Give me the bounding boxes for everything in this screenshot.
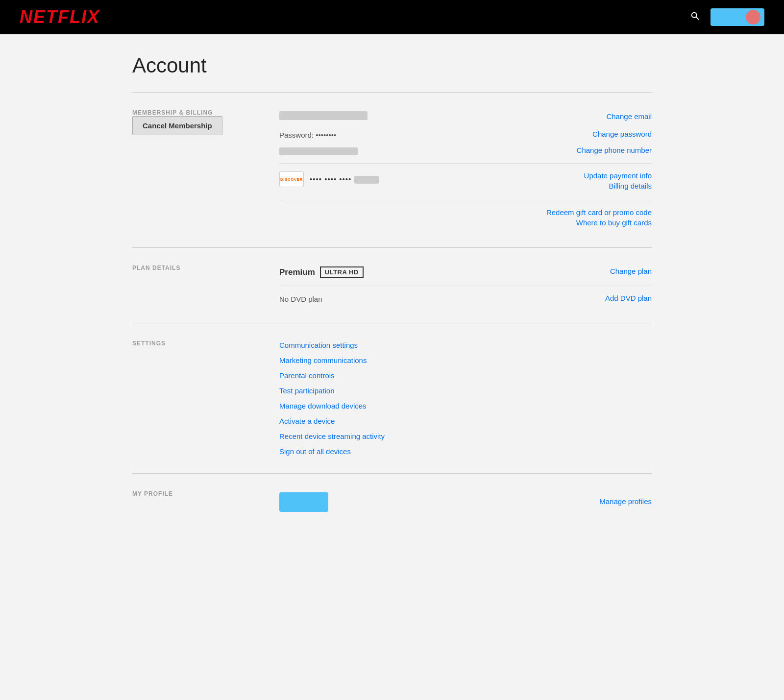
membership-left-col: MEMBERSHIP & BILLING Cancel Membership — [132, 107, 260, 233]
profile-content: Manage profiles — [279, 488, 652, 516]
discover-card-icon: DISCOVER — [279, 171, 304, 187]
membership-label: MEMBERSHIP & BILLING — [132, 107, 260, 116]
payment-links: Update payment info Billing details — [584, 171, 652, 192]
plan-row: Premium ULTRA HD Change plan — [279, 263, 652, 282]
plan-section: PLAN DETAILS Premium ULTRA HD Change pla… — [132, 247, 652, 323]
manage-download-devices-link[interactable]: Manage download devices — [279, 399, 652, 413]
password-value: •••••••• — [316, 131, 336, 139]
payment-left: DISCOVER •••• •••• •••• — [279, 171, 379, 187]
search-icon[interactable] — [690, 11, 701, 24]
avatar[interactable] — [710, 8, 764, 26]
parental-controls-link[interactable]: Parental controls — [279, 368, 652, 383]
email-row: Change email — [279, 107, 652, 127]
email-blurred — [279, 111, 368, 120]
divider-1 — [279, 163, 652, 164]
plan-content: Premium ULTRA HD Change plan No DVD plan… — [279, 263, 652, 308]
change-phone-link[interactable]: Change phone number — [577, 146, 652, 154]
manage-profiles-link[interactable]: Manage profiles — [599, 497, 652, 506]
sign-out-all-devices-link[interactable]: Sign out of all devices — [279, 444, 652, 459]
dvd-row: No DVD plan Add DVD plan — [279, 290, 652, 308]
profile-section: MY PROFILE Manage profiles — [132, 473, 652, 531]
main-content: Account MEMBERSHIP & BILLING Cancel Memb… — [122, 34, 662, 550]
card-number-dots: •••• •••• •••• — [310, 175, 379, 184]
page-title: Account — [132, 54, 652, 77]
recent-streaming-activity-link[interactable]: Recent device streaming activity — [279, 429, 652, 443]
change-email-link[interactable]: Change email — [606, 112, 652, 121]
payment-row: DISCOVER •••• •••• •••• Update payment i… — [279, 168, 652, 196]
plan-name-text: Premium — [279, 267, 315, 277]
phone-blurred — [279, 147, 358, 155]
redeem-gift-link[interactable]: Redeem gift card or promo code — [546, 208, 652, 217]
settings-label: SETTINGS — [132, 338, 260, 459]
membership-section: MEMBERSHIP & BILLING Cancel Membership C… — [132, 92, 652, 247]
gift-row: Redeem gift card or promo code Where to … — [279, 204, 652, 233]
plan-divider — [279, 286, 652, 286]
email-info — [279, 111, 606, 123]
activate-device-link[interactable]: Activate a device — [279, 414, 652, 428]
header-right — [690, 8, 764, 26]
phone-row: Change phone number — [279, 143, 652, 159]
dvd-text: No DVD plan — [279, 295, 322, 303]
password-label: Password: — [279, 131, 314, 139]
password-field: Password: •••••••• — [279, 131, 336, 139]
update-payment-link[interactable]: Update payment info — [584, 171, 652, 180]
settings-section: SETTINGS Communication settings Marketin… — [132, 323, 652, 473]
ultra-hd-badge: ULTRA HD — [320, 266, 364, 278]
card-last-digits — [354, 176, 379, 184]
discover-label: DISCOVER — [280, 177, 303, 182]
change-plan-link[interactable]: Change plan — [610, 267, 652, 275]
profile-row: Manage profiles — [279, 488, 652, 516]
header: NETFLIX — [0, 0, 784, 34]
password-row: Password: •••••••• Change password — [279, 127, 652, 143]
marketing-communications-link[interactable]: Marketing communications — [279, 353, 652, 367]
change-password-link[interactable]: Change password — [592, 130, 652, 138]
add-dvd-link[interactable]: Add DVD plan — [605, 294, 652, 302]
settings-content: Communication settings Marketing communi… — [279, 338, 652, 459]
cancel-membership-button[interactable]: Cancel Membership — [132, 116, 222, 135]
plan-name: Premium ULTRA HD — [279, 266, 364, 278]
test-participation-link[interactable]: Test participation — [279, 384, 652, 398]
where-buy-link[interactable]: Where to buy gift cards — [576, 218, 652, 227]
profile-avatar — [279, 492, 328, 512]
settings-links: Communication settings Marketing communi… — [279, 338, 652, 459]
billing-details-link[interactable]: Billing details — [584, 182, 652, 190]
profile-label: MY PROFILE — [132, 488, 260, 516]
communication-settings-link[interactable]: Communication settings — [279, 338, 652, 352]
netflix-logo: NETFLIX — [20, 7, 100, 27]
membership-content: Change email Password: •••••••• Change p… — [279, 107, 652, 233]
plan-label: PLAN DETAILS — [132, 263, 260, 308]
divider-2 — [279, 200, 652, 200]
